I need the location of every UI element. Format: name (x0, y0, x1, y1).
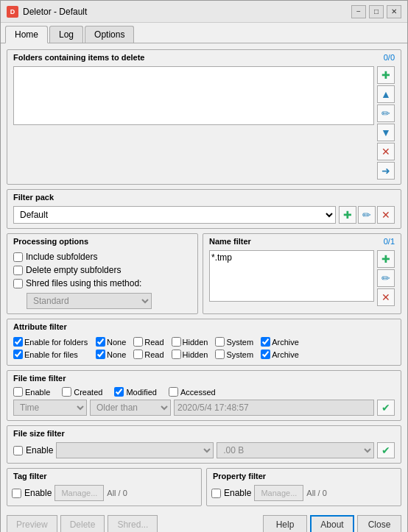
enable-folders-checkbox[interactable] (13, 337, 23, 347)
attr-files-row: Enable for files None Read (13, 348, 395, 361)
attr-files-read-checkbox[interactable] (133, 350, 143, 359)
shred-checkbox[interactable] (13, 279, 23, 288)
attr-folders-system-label: System (226, 338, 253, 347)
attr-files-hidden: Hidden (172, 350, 208, 359)
property-manage-button[interactable]: Manage... (254, 485, 303, 501)
filter-pack-body: Default ✚ ✏ ✕ (7, 203, 401, 228)
add-folder-button[interactable]: ✚ (377, 66, 395, 84)
time-modified-checkbox[interactable] (114, 387, 124, 397)
tab-log[interactable]: Log (49, 26, 83, 43)
attr-folders-none: None (96, 337, 126, 347)
attr-files-system-checkbox[interactable] (215, 350, 225, 359)
attr-folders-archive-checkbox[interactable] (261, 337, 270, 347)
close-button[interactable]: Close (357, 515, 401, 532)
processing-body: Include subfolders Delete empty subfolde… (7, 247, 197, 313)
attr-folders-none-checkbox[interactable] (96, 337, 105, 347)
attribute-filter-title: Attribute filter (13, 322, 67, 331)
edit-filter-button[interactable]: ✏ (358, 206, 376, 224)
attr-folders-hidden-checkbox[interactable] (172, 337, 181, 347)
time-accessed-checkbox[interactable] (169, 387, 178, 397)
minimize-button[interactable]: − (351, 5, 366, 18)
time-type-select[interactable]: Time (13, 400, 87, 416)
attr-files-hidden-checkbox[interactable] (172, 350, 181, 359)
remove-name-filter-button[interactable]: ✕ (377, 288, 395, 306)
size-filter-title: File size filter (13, 429, 65, 438)
remove-folder-button[interactable]: ✕ (377, 143, 395, 160)
maximize-button[interactable]: □ (369, 5, 384, 18)
attr-folders-hidden: Hidden (172, 337, 208, 347)
attr-folders-hidden-label: Hidden (183, 338, 208, 347)
time-enable-checkbox[interactable] (13, 387, 23, 397)
enable-files-checkbox[interactable] (13, 350, 23, 359)
tag-filter-body: Enable Manage... All / 0 (7, 482, 201, 506)
bottom-buttons: Preview Delete Shred... Help About Close (7, 512, 401, 532)
time-value-input[interactable] (174, 400, 374, 416)
attr-folders-read: Read (133, 337, 163, 347)
close-window-button[interactable]: ✕ (387, 5, 401, 18)
plus-icon: ✚ (381, 69, 390, 81)
time-created-checkbox[interactable] (62, 387, 71, 397)
property-enable-checkbox[interactable] (211, 489, 221, 498)
attr-files-none-checkbox[interactable] (96, 350, 105, 359)
move-up-button[interactable]: ▲ (377, 85, 395, 103)
about-button[interactable]: About (310, 515, 354, 532)
checkmark-icon: ✔ (381, 402, 390, 414)
size-apply-button[interactable]: ✔ (377, 442, 395, 458)
file-size-filter-section: File size filter Enable .00 B ✔ (7, 425, 401, 464)
delete-empty-row: Delete empty subfolders (13, 263, 191, 277)
add-name-filter-button[interactable]: ✚ (377, 250, 395, 268)
shred-method-select[interactable]: Standard (27, 293, 152, 309)
time-filter-controls: Enable Created Modified Accessed (13, 387, 395, 416)
edit-icon: ✏ (381, 272, 390, 284)
tag-all-label: All / 0 (107, 489, 127, 497)
folders-list[interactable] (13, 66, 374, 125)
attr-files-system: System (215, 350, 253, 359)
tag-filter-section: Tag filter Enable Manage... All / 0 (7, 468, 202, 506)
size-condition-select[interactable] (56, 442, 214, 458)
size-value-select[interactable]: .00 B (217, 442, 374, 458)
filter-pack-select[interactable]: Default (13, 206, 336, 224)
preview-button[interactable]: Preview (7, 515, 57, 532)
time-controls: Time Older than Newer than Equal to ✔ (13, 400, 395, 416)
time-apply-button[interactable]: ✔ (377, 400, 395, 416)
shred-button[interactable]: Shred... (108, 515, 158, 532)
tag-manage-button[interactable]: Manage... (54, 485, 104, 501)
time-created-label: Created (74, 388, 102, 397)
size-enable-label: Enable (26, 445, 53, 455)
help-button[interactable]: Help (263, 515, 307, 532)
property-filter-header: Property filter (207, 469, 401, 482)
move-down-button[interactable]: ▼ (377, 124, 395, 141)
include-subfolders-checkbox[interactable] (13, 252, 23, 262)
shred-row: Shred files using this method: (13, 277, 191, 290)
attr-files-archive-checkbox[interactable] (261, 350, 270, 359)
redirect-icon: ➜ (381, 165, 390, 177)
attr-folders-system-checkbox[interactable] (215, 337, 225, 347)
redirect-button[interactable]: ➜ (377, 162, 395, 180)
edit-folder-button[interactable]: ✏ (377, 104, 395, 122)
delete-button[interactable]: Delete (60, 515, 105, 532)
remove-icon: ✕ (381, 146, 390, 157)
delete-empty-checkbox[interactable] (13, 266, 23, 275)
processing-header: Processing options (7, 234, 197, 247)
size-enable-row: Enable (13, 444, 53, 457)
attr-folders-read-checkbox[interactable] (133, 337, 143, 347)
property-filter-title: Property filter (213, 472, 266, 480)
filter-pack-section: Filter pack Default ✚ ✏ ✕ (7, 189, 401, 229)
add-filter-button[interactable]: ✚ (339, 206, 356, 224)
size-filter-body: Enable .00 B ✔ (7, 439, 401, 463)
tag-filter-header: Tag filter (7, 469, 201, 482)
tag-enable-checkbox[interactable] (12, 489, 21, 498)
remove-filter-button[interactable]: ✕ (377, 206, 395, 224)
checkmark-icon: ✔ (381, 444, 390, 456)
tab-options[interactable]: Options (85, 26, 134, 43)
name-filter-list[interactable]: *.tmp (209, 250, 374, 302)
time-condition-select[interactable]: Older than Newer than Equal to (90, 400, 171, 416)
size-enable-checkbox[interactable] (13, 446, 23, 455)
folders-section: Folders containing items to delete 0/0 ✚… (7, 49, 401, 185)
edit-name-filter-button[interactable]: ✏ (377, 269, 395, 287)
edit-icon: ✏ (381, 107, 390, 119)
arrow-down-icon: ▼ (381, 127, 391, 138)
folders-attrs-group: None Read Hidden System (96, 337, 395, 347)
processing-column: Processing options Include subfolders De… (7, 233, 198, 314)
tab-home[interactable]: Home (5, 26, 48, 43)
